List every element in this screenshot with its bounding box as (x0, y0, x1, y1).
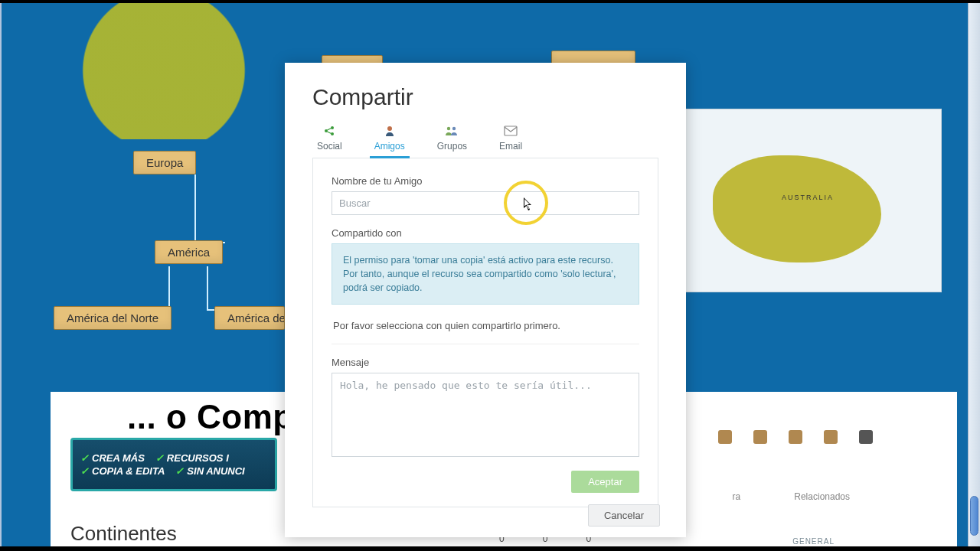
message-label: Mensaje (332, 357, 639, 368)
mindmap-node-america-norte[interactable]: América del Norte (54, 306, 172, 330)
promo-bar: CREA MÁS RECURSOS I COPIA & EDITA SIN AN… (70, 438, 277, 491)
friend-name-label: Nombre de tu Amigo (332, 175, 639, 187)
promo-item: RECURSOS I (155, 452, 229, 464)
select-first-note: Por favor selecciona con quien compartir… (332, 305, 639, 344)
message-textarea[interactable] (332, 373, 639, 457)
connector (124, 266, 170, 311)
letterbox (0, 0, 980, 3)
print-icon[interactable] (859, 430, 873, 444)
share-icon (322, 124, 336, 138)
map-oceania: AUSTRALIA (658, 109, 942, 292)
svg-point-5 (452, 127, 456, 130)
cancel-button[interactable]: Cancelar (588, 504, 660, 527)
shared-with-label: Compartido con (332, 227, 639, 239)
svg-rect-6 (505, 126, 517, 135)
side-labels: ra Relacionados (733, 491, 850, 502)
promo-item: SIN ANUNCI (175, 465, 244, 477)
side-label: Relacionados (794, 491, 850, 502)
group-icon (445, 124, 459, 138)
svg-point-1 (331, 126, 334, 129)
toolbar-icon[interactable] (718, 430, 732, 444)
accept-button[interactable]: Aceptar (571, 471, 639, 493)
promo-item: CREA MÁS (80, 452, 145, 464)
connector (194, 174, 225, 243)
toolbar-icon[interactable] (789, 430, 802, 444)
resource-title: Continentes (70, 522, 177, 546)
resource-toolbar (718, 430, 873, 444)
general-label: GENERAL (792, 537, 835, 546)
side-label: ra (733, 491, 741, 502)
mindmap-node-america-sur[interactable]: América de (214, 306, 285, 330)
mindmap-node-america[interactable]: América (155, 240, 223, 264)
connector (207, 266, 245, 311)
email-icon (504, 124, 518, 138)
map-europe (78, 2, 292, 139)
svg-point-4 (447, 127, 450, 130)
tab-label: Amigos (374, 141, 405, 152)
person-icon (383, 124, 397, 138)
letterbox (0, 546, 980, 551)
tab-label: Grupos (437, 141, 467, 152)
tab-label: Email (499, 141, 522, 152)
tab-label: Social (317, 141, 342, 152)
svg-point-3 (387, 126, 392, 131)
tab-amigos[interactable]: Amigos (374, 124, 405, 158)
share-modal: Compartir Social Amigos Grupos Email (285, 63, 686, 537)
copy-permission-info: El permiso para 'tomar una copia' está a… (332, 243, 639, 305)
friend-search-input[interactable] (332, 191, 639, 215)
australia-label: AUSTRALIA (782, 194, 834, 201)
toolbar-icon[interactable] (824, 430, 838, 444)
scrollbar-thumb[interactable] (970, 496, 978, 536)
mindmap-node-europa[interactable]: Europa (133, 151, 196, 174)
tab-grupos[interactable]: Grupos (437, 124, 467, 158)
share-panel: Nombre de tu Amigo Compartido con El per… (312, 158, 658, 507)
modal-title: Compartir (312, 84, 658, 110)
toolbar-icon[interactable] (753, 430, 767, 444)
share-tabs: Social Amigos Grupos Email (312, 124, 658, 158)
window-scrollbar[interactable] (968, 0, 980, 551)
svg-point-2 (331, 132, 334, 135)
promo-item: COPIA & EDITA (80, 465, 165, 477)
tab-email[interactable]: Email (499, 124, 522, 158)
tab-social[interactable]: Social (317, 124, 342, 158)
